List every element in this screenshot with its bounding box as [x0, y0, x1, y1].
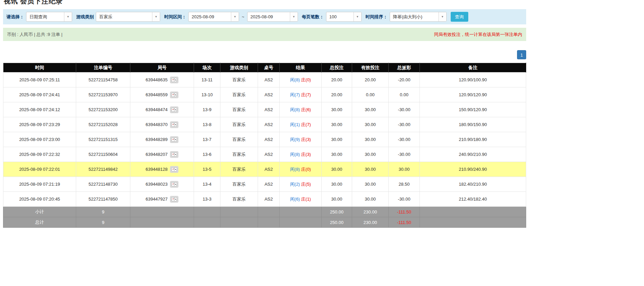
chevron-down-icon[interactable]: ▼ — [152, 12, 160, 21]
page-title: 视讯 会员下注纪录 — [4, 0, 526, 6]
table-row: 2025-08-09 07:22:32 522721150604 6394482… — [3, 147, 526, 162]
result-player: 闲(6) — [290, 197, 300, 202]
result-banker: 庄(0) — [301, 77, 311, 82]
cell-result: 闲(8) 庄(3) — [280, 147, 322, 162]
column-header: 总派彩 — [389, 63, 420, 73]
page: 视讯 会员下注纪录 请选择： 日期查询 ▼ 游戏类别 百家乐 ▼ 时间区间： 2… — [3, 0, 526, 228]
subtotal-count: 9 — [76, 207, 130, 217]
cell-session: 13-5 — [194, 162, 220, 177]
total-total-bet: 250.00 — [322, 217, 352, 228]
cell-valid-bet: 0.00 — [352, 87, 389, 102]
cell-round-id: 639448128 — [130, 162, 194, 177]
cell-result: 闲(6) 庄(1) — [280, 192, 322, 207]
cell-time: 2025-08-09 07:23:29 — [3, 117, 76, 132]
result-player: 闲(8) — [290, 77, 300, 82]
date-range-separator: ~ — [241, 14, 245, 19]
chevron-down-icon[interactable]: ▼ — [231, 12, 239, 21]
cell-remark: 120.90/120.90 — [420, 87, 526, 102]
chevron-down-icon[interactable]: ▼ — [290, 12, 298, 21]
search-button[interactable]: 查询 — [451, 12, 468, 22]
game-replay-icon[interactable] — [170, 166, 178, 173]
game-replay-icon[interactable] — [170, 91, 178, 98]
sort-order-select[interactable]: 降幂(由大到小) ▼ — [390, 12, 447, 22]
table-header-row: 时间注单编号局号场次游戏类别桌号结果总投注有效投注总派彩备注 — [3, 63, 526, 73]
bet-records-table: 时间注单编号局号场次游戏类别桌号结果总投注有效投注总派彩备注 2025-08-0… — [3, 63, 526, 228]
game-type-select[interactable]: 百家乐 ▼ — [96, 12, 160, 22]
round-id-text: 639447927 — [146, 197, 168, 202]
cell-valid-bet: 30.00 — [352, 147, 389, 162]
game-replay-icon[interactable] — [170, 121, 178, 128]
result-banker: 庄(3) — [301, 152, 311, 157]
chevron-down-icon[interactable]: ▼ — [353, 12, 361, 21]
round-id-text: 639448635 — [146, 77, 168, 82]
cell-valid-bet: 30.00 — [352, 117, 389, 132]
round-id-text: 639448289 — [146, 137, 168, 142]
table-row: 2025-08-09 07:23:00 522721151315 6394482… — [3, 132, 526, 147]
page-number-button[interactable]: 1 — [517, 50, 526, 59]
cell-payout: 28.50 — [389, 177, 420, 192]
column-header: 局号 — [130, 63, 194, 73]
cell-session: 13-3 — [194, 192, 220, 207]
cell-session: 13-4 — [194, 177, 220, 192]
total-valid-bet: 230.00 — [352, 217, 389, 228]
cell-game-type: 百家乐 — [220, 162, 258, 177]
cell-round-id: 639448559 — [130, 87, 194, 102]
column-header: 游戏类别 — [220, 63, 258, 73]
chevron-down-icon[interactable]: ▼ — [64, 12, 72, 21]
cell-table-no: AS2 — [258, 117, 280, 132]
game-replay-icon[interactable] — [170, 151, 178, 158]
chevron-down-icon[interactable]: ▼ — [438, 12, 446, 21]
game-replay-icon[interactable] — [170, 77, 178, 83]
cell-session: 13-10 — [194, 87, 220, 102]
subtotal-label: 小计 — [3, 207, 76, 217]
column-header: 场次 — [194, 63, 220, 73]
valid-bet-notice: 同局有效投注，统一计算在该局第一张注单内 — [434, 32, 522, 38]
cell-round-id: 639448635 — [130, 73, 194, 87]
page-size-select[interactable]: 100 ▼ — [326, 12, 362, 22]
cell-valid-bet: 20.00 — [352, 73, 389, 87]
game-replay-icon[interactable] — [170, 196, 178, 203]
cell-payout: -30.00 — [389, 102, 420, 117]
cell-bet-id: 522721152028 — [76, 117, 130, 132]
cell-payout: -30.00 — [389, 147, 420, 162]
game-replay-icon[interactable] — [170, 136, 178, 143]
info-bar: 币别 : 人民币 | 总共 :9 注单 | 同局有效投注，统一计算在该局第一张注… — [3, 28, 526, 41]
cell-result: 闲(2) 庄(5) — [280, 177, 322, 192]
cell-remark: 210.90/180.90 — [420, 132, 526, 147]
cell-time: 2025-08-09 07:23:00 — [3, 132, 76, 147]
cell-total-bet: 30.00 — [322, 132, 352, 147]
cell-payout: 30.00 — [389, 162, 420, 177]
cell-remark: 182.40/210.90 — [420, 177, 526, 192]
column-header: 有效投注 — [352, 63, 389, 73]
cell-bet-id: 522721147850 — [76, 192, 130, 207]
page-size-label: 每页笔数： — [302, 14, 324, 20]
cell-total-bet: 30.00 — [322, 117, 352, 132]
cell-remark: 240.90/210.90 — [420, 147, 526, 162]
date-from-value: 2025-08-09 — [189, 14, 231, 19]
date-from-select[interactable]: 2025-08-09 ▼ — [188, 12, 239, 22]
cell-payout: -20.00 — [389, 73, 420, 87]
cell-table-no: AS2 — [258, 177, 280, 192]
cell-bet-id: 522721151315 — [76, 132, 130, 147]
cell-table-no: AS2 — [258, 73, 280, 87]
cell-bet-id: 522721148730 — [76, 177, 130, 192]
cell-bet-id: 522721154758 — [76, 73, 130, 87]
cell-bet-id: 522721149842 — [76, 162, 130, 177]
game-replay-icon[interactable] — [170, 106, 178, 113]
cell-bet-id: 522721153200 — [76, 102, 130, 117]
filter-bar: 请选择： 日期查询 ▼ 游戏类别 百家乐 ▼ 时间区间： 2025-08-09 … — [3, 9, 526, 24]
cell-payout: -30.00 — [389, 132, 420, 147]
cell-game-type: 百家乐 — [220, 192, 258, 207]
game-replay-icon[interactable] — [170, 181, 178, 188]
cell-game-type: 百家乐 — [220, 87, 258, 102]
cell-game-type: 百家乐 — [220, 177, 258, 192]
table-row: 2025-08-09 07:24:12 522721153200 6394484… — [3, 102, 526, 117]
date-to-select[interactable]: 2025-08-09 ▼ — [247, 12, 298, 22]
round-id-text: 639448128 — [146, 167, 168, 172]
cell-round-id: 639448474 — [130, 102, 194, 117]
cell-valid-bet: 30.00 — [352, 177, 389, 192]
cell-game-type: 百家乐 — [220, 147, 258, 162]
query-type-select[interactable]: 日期查询 ▼ — [26, 12, 72, 22]
cell-valid-bet: 30.00 — [352, 132, 389, 147]
date-to-value: 2025-08-09 — [248, 14, 290, 19]
